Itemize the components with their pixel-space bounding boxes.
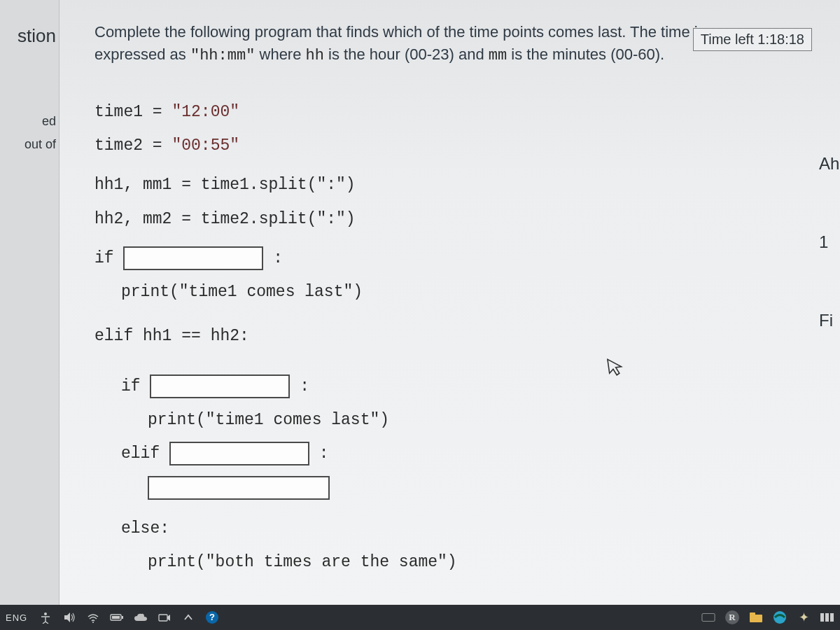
- code-line-4: hh2, mm2 = time2.split(":"): [94, 202, 833, 236]
- svg-rect-12: [820, 613, 824, 622]
- cursor-icon: [606, 356, 625, 383]
- code-line-6: print("time1 comes last"): [94, 275, 833, 309]
- blank-input-3[interactable]: [169, 442, 309, 465]
- svg-rect-8: [702, 614, 715, 622]
- battery-icon[interactable]: [110, 610, 124, 624]
- accessibility-icon[interactable]: [38, 610, 52, 624]
- code-l2b: "00:55": [172, 136, 239, 155]
- code-line-10: elif :: [94, 437, 833, 470]
- code-line-1: time1 = "12:00": [94, 95, 833, 129]
- code-line-9: print("time1 comes last"): [94, 403, 833, 437]
- code-line-2: time2 = "00:55": [94, 129, 833, 162]
- sidebar-fragment-outof: out of: [0, 133, 59, 156]
- timer-badge: Time left 1:18:18: [693, 28, 812, 51]
- question-sidebar: stion ed out of: [0, 0, 59, 630]
- prompt-code3: mm: [489, 47, 507, 64]
- code-if2: if: [121, 377, 150, 396]
- right-edge-fragments: Ah 1 Fi: [819, 154, 840, 389]
- code-line-13: print("both times are the same"): [94, 545, 833, 579]
- colon-3: :: [319, 444, 329, 463]
- prompt-part4: is the minutes (00-60).: [511, 46, 664, 63]
- code-elif2: elif: [121, 444, 169, 463]
- code-line-12: else:: [94, 512, 833, 545]
- camera-icon[interactable]: [158, 610, 172, 624]
- prompt-part2: where: [260, 46, 306, 63]
- prompt-code2: hh: [306, 47, 324, 64]
- wifi-icon[interactable]: [86, 610, 100, 624]
- cloud-icon[interactable]: [134, 610, 148, 624]
- svg-point-1: [92, 622, 94, 623]
- right-frag-2: 1: [819, 232, 840, 252]
- svg-rect-5: [159, 615, 167, 621]
- svg-rect-9: [750, 615, 762, 622]
- svg-text:?: ?: [209, 612, 215, 622]
- code-block: time1 = "12:00" time2 = "00:55" hh1, mm1…: [94, 95, 833, 630]
- sidebar-fragment-marked: ed: [0, 51, 59, 133]
- prompt-part3: is the hour (00-23) and: [328, 46, 489, 63]
- code-line-11: [94, 471, 833, 505]
- question-content: Time left 1:18:18 Complete the following…: [59, 0, 840, 605]
- svg-rect-4: [112, 616, 120, 619]
- file-explorer-icon[interactable]: [749, 610, 763, 624]
- svg-rect-3: [122, 616, 123, 619]
- blank-input-1[interactable]: [123, 246, 263, 270]
- sidebar-fragment-question: stion: [0, 21, 59, 51]
- keyboard-icon[interactable]: [701, 610, 715, 624]
- question-prompt: Complete the following program that find…: [94, 21, 780, 67]
- code-line-8: if :: [94, 370, 833, 403]
- code-line-3: hh1, mm1 = time1.split(":"): [94, 168, 833, 202]
- chevron-up-icon[interactable]: [181, 610, 195, 624]
- browser-icon[interactable]: [773, 610, 787, 624]
- colon-2: :: [300, 377, 309, 396]
- blank-input-2[interactable]: [150, 374, 290, 398]
- code-l2a: time2 =: [94, 136, 172, 155]
- colon-1: :: [273, 249, 283, 267]
- code-l1a: time1 =: [94, 103, 172, 121]
- taskbar: ENG ? R ✦: [0, 605, 840, 630]
- star-app-icon[interactable]: ✦: [797, 610, 811, 624]
- right-frag-1: Ah: [819, 154, 840, 174]
- timer-text: Time left 1:18:18: [701, 31, 804, 47]
- code-line-5: if :: [94, 241, 833, 275]
- svg-rect-14: [830, 613, 834, 622]
- code-l1b: "12:00": [172, 103, 239, 121]
- right-frag-3: Fi: [819, 311, 840, 330]
- r-app-icon[interactable]: R: [725, 610, 739, 624]
- task-view-icon[interactable]: [820, 610, 834, 624]
- taskbar-lang[interactable]: ENG: [6, 612, 27, 623]
- blank-input-4[interactable]: [148, 476, 330, 500]
- code-if1: if: [94, 249, 123, 267]
- speaker-icon[interactable]: [62, 610, 76, 624]
- help-icon[interactable]: ?: [205, 610, 219, 624]
- svg-rect-10: [750, 612, 755, 615]
- svg-point-0: [44, 612, 47, 615]
- prompt-code1: "hh:mm": [190, 47, 255, 64]
- svg-rect-13: [825, 613, 829, 622]
- code-line-7: elif hh1 == hh2:: [94, 319, 833, 353]
